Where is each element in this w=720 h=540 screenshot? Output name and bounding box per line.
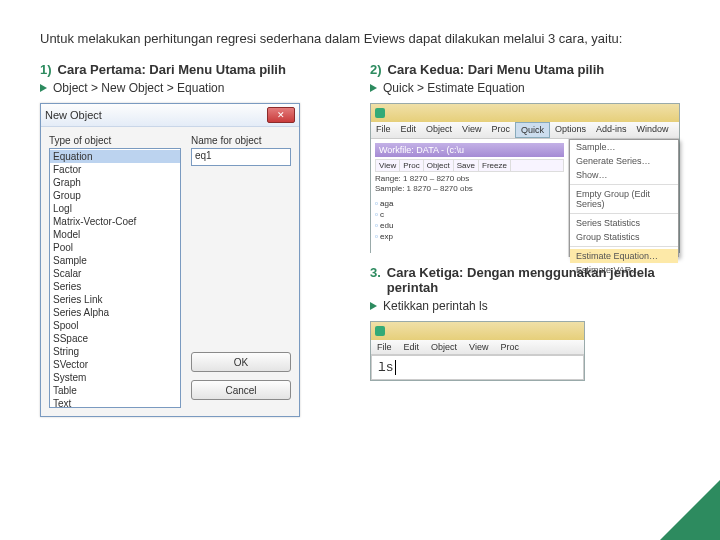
menu-item[interactable]: File [371,122,396,138]
type-option[interactable]: Logl [50,202,180,215]
menu-option[interactable]: Generate Series… [570,154,678,168]
type-label: Type of object [49,135,181,146]
corner-decoration [660,480,720,540]
tool-button[interactable]: Freeze [479,160,511,171]
bullet-icon [370,84,377,92]
type-option[interactable]: Sample [50,254,180,267]
sec1-heading: 1) Cara Pertama: Dari Menu Utama pilih [40,62,350,77]
type-option[interactable]: System [50,371,180,384]
cancel-label: Cancel [225,385,256,396]
type-option[interactable]: Series Link [50,293,180,306]
sec3-sub-text: Ketikkan perintah ls [383,299,488,313]
eviews-titlebar [371,322,584,340]
list-item[interactable]: aga [375,198,564,209]
sec3-num: 3. [370,265,381,295]
menu-item[interactable]: Quick [515,122,550,138]
command-input[interactable]: ls [371,355,584,380]
close-icon[interactable]: ✕ [267,107,295,123]
type-option[interactable]: Factor [50,163,180,176]
sec1-title: Cara Pertama: Dari Menu Utama pilih [58,62,286,77]
sec2-num: 2) [370,62,382,77]
sec1-num: 1) [40,62,52,77]
menu-item[interactable]: Edit [398,340,426,354]
sec3-sub: Ketikkan perintah ls [370,299,680,313]
sample-text: Sample: 1 8270 – 8270 obs [375,184,564,194]
tool-button[interactable]: Proc [400,160,423,171]
intro-text: Untuk melakukan perhitungan regresi sede… [40,30,680,48]
type-option[interactable]: Series [50,280,180,293]
type-option[interactable]: SSpace [50,332,180,345]
type-option[interactable]: String [50,345,180,358]
sec3-title: Cara Ketiga: Dengan menggunakan jendela … [387,265,680,295]
eviews-cmd-screenshot: FileEditObjectViewProc ls [370,321,585,381]
menu-option[interactable]: Estimate Equation… [570,249,678,263]
type-option[interactable]: Scalar [50,267,180,280]
bullet-icon [40,84,47,92]
type-option[interactable]: Table [50,384,180,397]
type-option[interactable]: Spool [50,319,180,332]
col-1: 1) Cara Pertama: Dari Menu Utama pilih O… [40,62,350,417]
menu-item[interactable]: Window [631,122,673,138]
menu-item[interactable]: Options [550,122,591,138]
type-option[interactable]: Matrix-Vector-Coef [50,215,180,228]
section-3: 3. Cara Ketiga: Dengan menggunakan jende… [370,265,680,381]
menu-item[interactable]: Proc [494,340,525,354]
dialog-titlebar: New Object ✕ [41,104,299,127]
list-item[interactable]: edu [375,220,564,231]
workfile-title: Workfile: DATA - (c:\u [375,143,564,157]
menu-option[interactable]: Series Statistics [570,216,678,230]
workfile-toolbar[interactable]: ViewProcObjectSaveFreeze [375,159,564,172]
type-option[interactable]: Group [50,189,180,202]
menu-item[interactable]: Object [421,122,457,138]
sec3-heading: 3. Cara Ketiga: Dengan menggunakan jende… [370,265,680,295]
list-item[interactable]: c [375,209,564,220]
col-2: 2) Cara Kedua: Dari Menu Utama pilih Qui… [370,62,680,417]
sec2-title: Cara Kedua: Dari Menu Utama pilih [388,62,605,77]
tool-button[interactable]: Save [454,160,479,171]
ok-label: OK [234,357,248,368]
menu-item[interactable]: View [457,122,486,138]
type-option[interactable]: Graph [50,176,180,189]
menu-option[interactable]: Show… [570,168,678,182]
dialog-title-text: New Object [45,109,102,121]
menu-option[interactable]: Group Statistics [570,230,678,244]
menu-item[interactable]: Object [425,340,463,354]
sec2-sub-text: Quick > Estimate Equation [383,81,525,95]
type-option[interactable]: SVector [50,358,180,371]
type-listbox[interactable]: EquationFactorGraphGroupLoglMatrix-Vecto… [49,148,181,408]
menu-item[interactable]: File [371,340,398,354]
new-object-dialog: New Object ✕ Type of object EquationFact… [40,103,300,417]
sec1-sub-text: Object > New Object > Equation [53,81,224,95]
sec1-sub: Object > New Object > Equation [40,81,350,95]
menu-option[interactable]: Empty Group (Edit Series) [570,187,678,211]
type-option[interactable]: Equation [50,150,180,163]
cancel-button[interactable]: Cancel [191,380,291,400]
menu-item[interactable]: Proc [486,122,515,138]
type-option[interactable]: Pool [50,241,180,254]
menu-item[interactable]: Add-ins [591,122,632,138]
content-columns: 1) Cara Pertama: Dari Menu Utama pilih O… [40,62,680,417]
sec2-heading: 2) Cara Kedua: Dari Menu Utama pilih [370,62,680,77]
eviews-menubar[interactable]: FileEditObjectViewProc [371,340,584,355]
app-icon [375,326,385,336]
type-option[interactable]: Model [50,228,180,241]
type-option[interactable]: Series Alpha [50,306,180,319]
range-text: Range: 1 8270 – 8270 obs [375,174,564,184]
menu-item[interactable]: Edit [396,122,422,138]
bullet-icon [370,302,377,310]
tool-button[interactable]: Object [424,160,454,171]
list-item[interactable]: exp [375,231,564,242]
sec2-sub: Quick > Estimate Equation [370,81,680,95]
menu-option[interactable]: Sample… [570,140,678,154]
eviews-titlebar [371,104,679,122]
ok-button[interactable]: OK [191,352,291,372]
name-label: Name for object [191,135,291,146]
menu-item[interactable]: View [463,340,494,354]
eviews-menubar[interactable]: FileEditObjectViewProcQuickOptionsAdd-in… [371,122,679,139]
workfile-items: agaceduexp [375,198,564,242]
type-option[interactable]: Text [50,397,180,408]
tool-button[interactable]: View [376,160,400,171]
eviews-quick-screenshot: FileEditObjectViewProcQuickOptionsAdd-in… [370,103,680,253]
quick-menu-dropdown[interactable]: Sample…Generate Series…Show…Empty Group … [569,139,679,257]
name-input[interactable]: eq1 [191,148,291,166]
